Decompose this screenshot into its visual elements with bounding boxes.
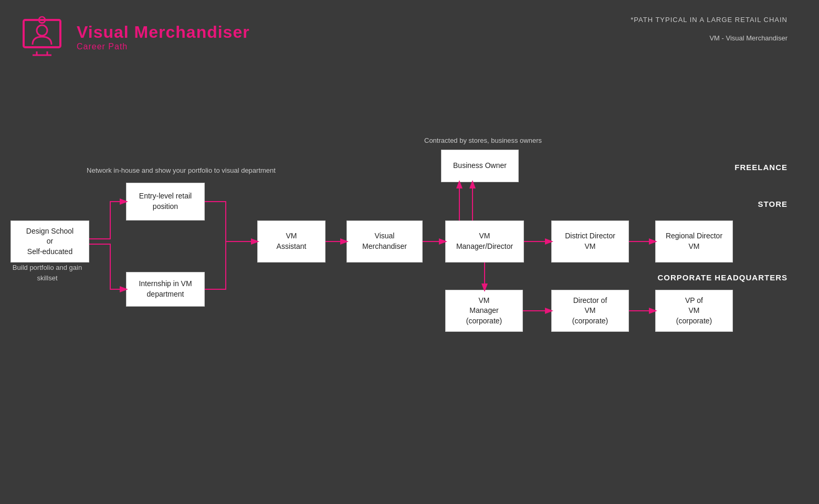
svg-rect-0 xyxy=(24,20,60,47)
corporate-label: CORPORATE HEADQUARTERS xyxy=(657,273,788,282)
note1: *PATH TYPICAL IN A LARGE RETAIL CHAIN xyxy=(631,16,788,24)
note2: VM - Visual Merchandiser xyxy=(631,34,788,42)
entry-level-box: Entry-level retail position xyxy=(126,183,205,220)
vp-vm-corporate-box: VP of VM (corporate) xyxy=(655,290,733,332)
vm-assistant-box: VM Assistant xyxy=(257,220,326,262)
build-portfolio-annotation: Build portfolio and gain skillset xyxy=(8,262,87,283)
district-director-box: District Director VM xyxy=(551,220,629,262)
regional-director-box: Regional Director VM xyxy=(655,220,733,262)
header: Visual Merchandiser Career Path xyxy=(21,16,250,58)
logo-icon xyxy=(21,16,68,58)
header-text: Visual Merchandiser Career Path xyxy=(77,23,250,51)
app-title: Visual Merchandiser xyxy=(77,23,250,42)
design-school-box: Design School or Self-educated xyxy=(10,220,89,262)
director-vm-corporate-box: Director of VM (corporate) xyxy=(551,290,629,332)
network-annotation: Network in-house and show your portfolio… xyxy=(81,165,281,176)
vm-manager-director-box: VM Manager/Director xyxy=(445,220,524,262)
svg-point-1 xyxy=(37,25,47,36)
store-label: STORE xyxy=(758,200,788,208)
freelance-label: FREELANCE xyxy=(734,163,788,172)
business-owner-box: Business Owner xyxy=(441,150,519,182)
visual-merchandiser-box: Visual Merchandiser xyxy=(346,220,423,262)
internship-box: Internship in VM department xyxy=(126,272,205,307)
app-subtitle: Career Path xyxy=(77,42,250,51)
top-right-notes: *PATH TYPICAL IN A LARGE RETAIL CHAIN VM… xyxy=(631,16,788,42)
vm-manager-corporate-box: VM Manager (corporate) xyxy=(445,290,523,332)
contracted-annotation: Contracted by stores, business owners xyxy=(410,135,556,146)
